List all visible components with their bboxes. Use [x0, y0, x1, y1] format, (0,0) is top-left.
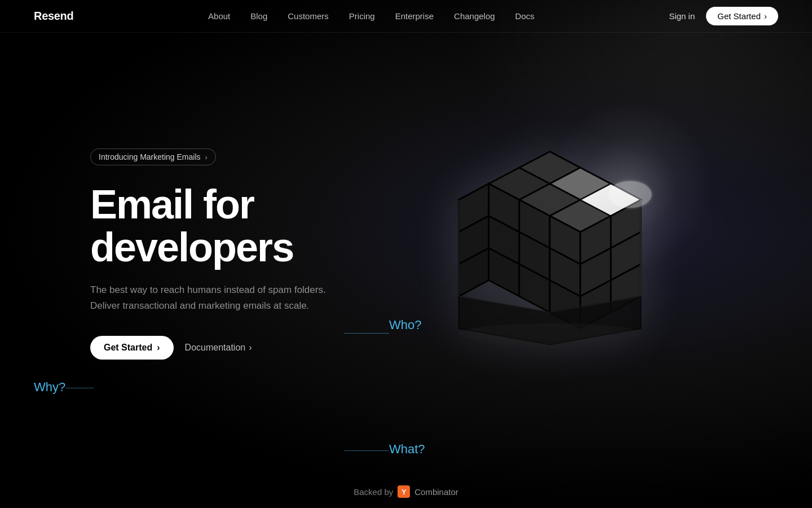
rubiks-cube: [443, 135, 657, 350]
navigation: Resend About Blog Customers Pricing Ente…: [0, 0, 812, 33]
badge-arrow-icon: ›: [205, 153, 208, 161]
get-started-nav-button[interactable]: Get Started ›: [706, 7, 778, 25]
cube-container: [443, 135, 679, 373]
nav-customers[interactable]: Customers: [288, 11, 329, 21]
nav-blog[interactable]: Blog: [250, 11, 267, 21]
nav-pricing[interactable]: Pricing: [349, 11, 375, 21]
chevron-right-icon: ›: [157, 343, 160, 353]
logo[interactable]: Resend: [34, 10, 73, 23]
nav-about[interactable]: About: [208, 11, 230, 21]
nav-docs[interactable]: Docs: [515, 11, 535, 21]
hero-actions: Get Started › Documentation ›: [90, 336, 400, 360]
combinator-text: Combinator: [414, 487, 458, 497]
chevron-right-icon: ›: [764, 11, 767, 21]
nav-links: About Blog Customers Pricing Enterprise …: [208, 11, 535, 21]
hero-title: Email for developers: [90, 183, 400, 269]
footer: Backed by Y Combinator: [0, 475, 812, 508]
backed-by-text: Backed by: [354, 487, 393, 497]
announcement-badge[interactable]: Introducing Marketing Emails ›: [90, 148, 216, 165]
footer-ycombinator-badge: Backed by Y Combinator: [354, 485, 458, 498]
nav-actions: Sign in Get Started ›: [669, 7, 778, 25]
documentation-link[interactable]: Documentation ›: [185, 343, 252, 353]
svg-point-54: [459, 323, 641, 345]
get-started-hero-button[interactable]: Get Started ›: [90, 336, 174, 360]
hero-right: [400, 135, 722, 373]
annotation-what: What?: [389, 442, 425, 457]
yc-logo: Y: [398, 485, 410, 498]
annotation-why: Why?: [34, 380, 65, 395]
hero-left: Why? Introducing Marketing Emails › Who?…: [90, 148, 400, 360]
hero-description: The best way to reach humans instead of …: [90, 282, 338, 313]
svg-point-53: [609, 181, 652, 208]
nav-changelog[interactable]: Changelog: [454, 11, 495, 21]
cube-svg: [443, 135, 657, 350]
chevron-right-icon: ›: [249, 343, 251, 353]
nav-enterprise[interactable]: Enterprise: [395, 11, 434, 21]
hero-section: Why? Introducing Marketing Emails › Who?…: [0, 33, 812, 475]
sign-in-link[interactable]: Sign in: [669, 11, 695, 21]
